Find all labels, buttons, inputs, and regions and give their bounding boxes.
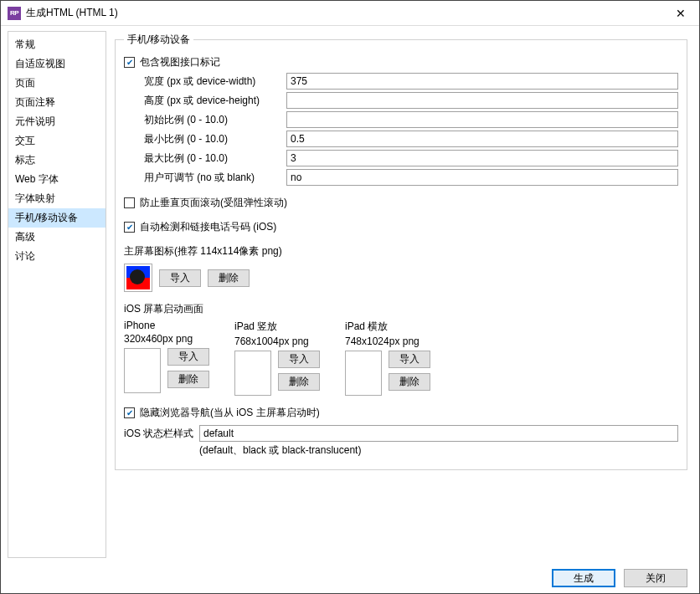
statusbar-row: iOS 状态栏样式 [124,425,678,442]
min-scale-row: 最小比例 (0 - 10.0) [144,131,678,147]
dialog-window: RP 生成HTML (HTML 1) ✕ 常规自适应视图页面页面注释元件说明交互… [0,0,700,594]
width-row: 宽度 (px 或 device-width) [144,73,678,90]
auto-tel-checkbox[interactable]: ✔ [124,222,135,233]
width-input[interactable] [286,73,678,90]
sidebar-item[interactable]: 高级 [8,228,106,247]
max-scale-row: 最大比例 (0 - 10.0) [144,150,678,166]
splash-ipad-l-btns: 导入 删除 [389,351,430,391]
close-icon: ✕ [676,7,686,20]
auto-tel-row: ✔ 自动检测和链接电话号码 (iOS) [124,220,678,234]
statusbar-label: iOS 状态栏样式 [124,427,199,441]
splash-ipad-p-head: iPad 竖放 [234,320,320,334]
splash-group: iPhone 320x460px png 导入 删除 i [124,320,678,396]
splash-ipad-p-btns: 导入 删除 [278,351,320,391]
sidebar-item[interactable]: 自适应视图 [8,54,106,74]
sidebar: 常规自适应视图页面页面注释元件说明交互标志Web 字体字体映射手机/移动设备高级… [8,31,106,558]
sidebar-item[interactable]: 手机/移动设备 [8,208,106,228]
dialog-body: 常规自适应视图页面页面注释元件说明交互标志Web 字体字体映射手机/移动设备高级… [1,26,699,563]
splash-iphone-preview[interactable] [124,348,161,393]
splash-ipad-l-head: iPad 横放 [345,320,430,334]
mobile-groupbox: 手机/移动设备 ✔ 包含视图接口标记 宽度 (px 或 device-width… [115,33,687,470]
home-icon-row: 导入 删除 [124,264,678,292]
splash-ipad-l-row: 导入 删除 [345,351,430,396]
sidebar-item[interactable]: Web 字体 [8,170,106,189]
splash-iphone-sub: 320x460px png [124,333,209,345]
splash-ipad-l-col: iPad 横放 748x1024px png 导入 删除 [345,320,430,396]
close-dialog-button[interactable]: 关闭 [624,569,687,587]
user-scalable-input[interactable] [286,169,678,186]
splash-ipad-p-sub: 768x1004px png [234,335,320,347]
dialog-footer: 生成 关闭 [1,563,699,593]
splash-title: iOS 屏幕启动画面 [124,302,678,316]
initial-scale-row: 初始比例 (0 - 10.0) [144,111,678,128]
prevent-scroll-label: 防止垂直页面滚动(受阻弹性滚动) [140,196,287,210]
close-button[interactable]: ✕ [661,1,699,26]
user-scalable-row: 用户可调节 (no 或 blank) [144,169,678,186]
min-scale-input[interactable] [286,131,678,147]
prevent-scroll-checkbox[interactable] [124,197,135,208]
titlebar: RP 生成HTML (HTML 1) ✕ [1,1,699,26]
splash-ipad-p-preview[interactable] [234,351,271,396]
width-label: 宽度 (px 或 device-width) [144,74,286,89]
home-icon-image [126,266,150,289]
home-icon-section: 主屏幕图标(推荐 114x114像素 png) 导入 删除 [124,244,678,292]
splash-ipad-l-sub: 748x1024px png [345,335,430,347]
splash-iphone-delete-button[interactable]: 删除 [167,371,209,388]
splash-ipad-p-row: 导入 删除 [234,351,320,396]
hide-nav-checkbox[interactable]: ✔ [124,407,135,418]
include-viewport-row: ✔ 包含视图接口标记 [124,55,678,69]
user-scalable-label: 用户可调节 (no 或 blank) [144,171,286,185]
sidebar-item[interactable]: 页面注释 [8,93,106,112]
home-icon-title: 主屏幕图标(推荐 114x114像素 png) [124,244,678,259]
splash-ipad-p-delete-button[interactable]: 删除 [278,373,320,391]
height-input[interactable] [286,92,678,109]
statusbar-hint: (default、black 或 black-translucent) [199,443,678,458]
initial-scale-label: 初始比例 (0 - 10.0) [144,113,286,127]
sidebar-item[interactable]: 常规 [8,35,106,54]
splash-ipad-l-delete-button[interactable]: 删除 [389,373,430,391]
sidebar-item[interactable]: 元件说明 [8,112,106,131]
home-icon-delete-button[interactable]: 删除 [208,269,250,287]
splash-iphone-head: iPhone [124,320,209,331]
height-label: 高度 (px 或 device-height) [144,94,286,108]
splash-iphone-col: iPhone 320x460px png 导入 删除 [124,320,209,396]
sidebar-item[interactable]: 字体映射 [8,189,106,208]
generate-button[interactable]: 生成 [552,569,615,587]
titlebar-left: RP 生成HTML (HTML 1) [8,6,118,20]
home-icon-preview[interactable] [124,264,152,292]
include-viewport-checkbox[interactable]: ✔ [124,57,135,68]
max-scale-input[interactable] [286,150,678,166]
prevent-scroll-row: 防止垂直页面滚动(受阻弹性滚动) [124,196,678,210]
max-scale-label: 最大比例 (0 - 10.0) [144,151,286,166]
sidebar-item[interactable]: 页面 [8,74,106,93]
splash-iphone-btns: 导入 删除 [167,348,209,388]
auto-tel-label: 自动检测和链接电话号码 (iOS) [140,220,276,234]
hide-nav-row: ✔ 隐藏浏览器导航(当从 iOS 主屏幕启动时) [124,406,678,420]
sidebar-item[interactable]: 标志 [8,151,106,170]
hide-nav-label: 隐藏浏览器导航(当从 iOS 主屏幕启动时) [140,406,320,420]
home-icon-import-button[interactable]: 导入 [159,269,201,287]
splash-ipad-l-import-button[interactable]: 导入 [389,351,430,368]
sidebar-item[interactable]: 讨论 [8,247,106,266]
initial-scale-input[interactable] [286,111,678,128]
splash-ipad-p-col: iPad 竖放 768x1004px png 导入 删除 [234,320,320,396]
include-viewport-label: 包含视图接口标记 [140,55,220,69]
main-panel: 手机/移动设备 ✔ 包含视图接口标记 宽度 (px 或 device-width… [106,26,699,563]
sidebar-item[interactable]: 交互 [8,131,106,151]
splash-section: iOS 屏幕启动画面 iPhone 320x460px png 导入 删除 [124,302,678,396]
statusbar-input[interactable] [199,425,678,442]
splash-ipad-l-preview[interactable] [345,351,382,396]
height-row: 高度 (px 或 device-height) [144,92,678,109]
app-icon: RP [8,7,21,20]
window-title: 生成HTML (HTML 1) [26,6,118,20]
groupbox-legend: 手机/移动设备 [124,33,193,47]
splash-ipad-p-import-button[interactable]: 导入 [278,351,320,368]
min-scale-label: 最小比例 (0 - 10.0) [144,132,286,146]
splash-iphone-row: 导入 删除 [124,348,209,393]
splash-iphone-import-button[interactable]: 导入 [167,348,209,366]
